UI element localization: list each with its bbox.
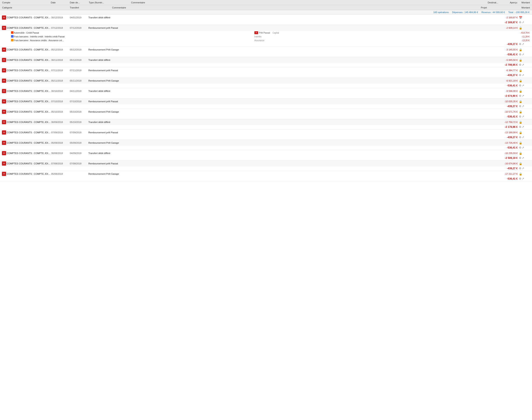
tx-actions-icon-13[interactable]: ⚙ ↗ (519, 156, 531, 160)
gear-icon-9[interactable]: ⚙ (519, 115, 521, 118)
gear-icon-3[interactable]: ⚙ (519, 53, 521, 56)
gear-icon-11[interactable]: ⚙ (519, 136, 521, 139)
gear-icon-14[interactable]: ⚙ (519, 167, 521, 170)
tx-type-4: Transfert débit différé (88, 59, 483, 61)
arrow-icon-3[interactable]: ↗ (522, 53, 524, 56)
tx-actions-icon-3[interactable]: ⚙ ↗ (519, 53, 531, 56)
tx-amount-4: -2 799,95 € (483, 63, 519, 66)
tx-type-1: Transfert débit différé (88, 16, 483, 19)
col-commentaire2[interactable]: Commentaire (111, 6, 480, 9)
tx-main-5[interactable]: ✦ COMPTES COURANTS : COMPTE JOINT... 07/… (0, 67, 532, 73)
col-datede[interactable]: Date de... (69, 1, 88, 4)
cat-transfer-2-2: Intérêts (254, 35, 495, 38)
tx-actions-icon-10[interactable]: ⚙ ↗ (519, 125, 531, 128)
tx-actions-3[interactable]: 🔒 (519, 48, 531, 51)
arrow-icon-8[interactable]: ↗ (522, 105, 524, 108)
tx-actions-12[interactable]: 🔒 (519, 141, 531, 145)
tx-actions-icon-5[interactable]: ⚙ ↗ (519, 74, 531, 77)
arrow-icon-2[interactable]: ↗ (522, 43, 524, 46)
gear-icon-7[interactable]: ⚙ (519, 94, 521, 97)
tx-actions-4[interactable]: 🔒 (519, 59, 531, 62)
tx-icon-4: ✦ (1, 58, 7, 62)
col-projet[interactable]: Projet (480, 6, 505, 9)
tx-actions-7[interactable]: 🔒 (519, 90, 531, 93)
tx-main-3[interactable]: ✦ COMPTES COURANTS : COMPTE JOINT... 05/… (0, 47, 532, 53)
tx-main-11[interactable]: ✦ COMPTES COURANTS : COMPTE JOINT... 07/… (0, 130, 532, 135)
col-commentaire[interactable]: Commentaire (130, 1, 465, 4)
col-transfert[interactable]: Transfert (69, 6, 111, 9)
tx-actions-icon-8[interactable]: ⚙ ↗ (519, 105, 531, 108)
gear-icon-2[interactable]: ⚙ (519, 43, 521, 46)
tx-balance-13: -16 235,59 € (483, 152, 519, 154)
tx-actions-icon-4[interactable]: ⚙ ↗ (519, 63, 531, 66)
tx-main-13[interactable]: ✦ COMPTES COURANTS : COMPTE JOINT... 30/… (0, 150, 532, 156)
col-montant2[interactable]: Montant (505, 6, 531, 9)
tx-account-3: COMPTES COURANTS : COMPTE JOINT... (7, 48, 51, 51)
tx-type-13: Transfert débit différé (88, 152, 483, 154)
col-destinat[interactable]: Destinat... (465, 1, 499, 4)
tx-actions-6[interactable]: 🔒 (519, 79, 531, 82)
arrow-icon-7[interactable]: ↗ (522, 94, 524, 97)
tx-main-15[interactable]: ✦ COMPTES COURANTS : COMPTE JOINT... 05/… (0, 171, 532, 177)
tx-main-4[interactable]: ✦ COMPTES COURANTS : COMPTE JOINT... 30/… (0, 57, 532, 63)
tx-actions-icon-6[interactable]: ⚙ ↗ (519, 84, 531, 87)
tx-actions-1[interactable]: 📅 (519, 16, 531, 19)
tx-main-2[interactable]: ✦ COMPTES COURANTS : COMPTE JOINT... 07/… (0, 25, 532, 31)
arrow-icon-6[interactable]: ↗ (522, 84, 524, 87)
arrow-icon-14[interactable]: ↗ (522, 167, 524, 170)
tx-actions-icon-11[interactable]: ⚙ ↗ (519, 136, 531, 139)
tx-actions-13[interactable]: 🔒 (519, 152, 531, 155)
gear-icon-6[interactable]: ⚙ (519, 84, 521, 87)
tx-actions-11[interactable]: 🔒 (519, 131, 531, 134)
arrow-icon-13[interactable]: ↗ (522, 156, 524, 160)
col-compte[interactable]: Compte (1, 1, 50, 4)
arrow-icon-11[interactable]: ↗ (522, 136, 524, 139)
tx-actions-2[interactable]: 🔒 (519, 26, 531, 30)
tx-actions-9[interactable]: 🔒 (519, 110, 531, 113)
gear-icon-13[interactable]: ⚙ (519, 156, 521, 160)
tx-main-7[interactable]: ✦ COMPTES COURANTS : COMPTE JOINT... 30/… (0, 88, 532, 94)
header-row2: Catégorie Transfert Commentaire Projet M… (0, 5, 532, 10)
tx-actions-5[interactable]: 🔒 (519, 69, 531, 72)
col-montant1[interactable]: Montant (518, 1, 531, 4)
tx-main-12[interactable]: ✦ COMPTES COURANTS : COMPTE JOINT... 05/… (0, 140, 532, 146)
col-date[interactable]: Date (50, 1, 69, 4)
tx-main-8[interactable]: ✦ COMPTES COURANTS : COMPTE JOINT... 07/… (0, 98, 532, 104)
tx-main-1[interactable]: ✦ COMPTES COURANTS : COMPTE JOINT... 30/… (0, 15, 532, 20)
tx-main-10[interactable]: ✦ COMPTES COURANTS : COMPTE JOINT... 30/… (0, 119, 532, 125)
tx-main-14[interactable]: ✦ COMPTES COURANTS : COMPTE JOINT... 07/… (0, 161, 532, 166)
gear-icon-1[interactable]: ⚙ (519, 21, 521, 24)
tx-main-9[interactable]: ✦ COMPTES COURANTS : COMPTE JOINT... 05/… (0, 109, 532, 115)
gear-icon-8[interactable]: ⚙ (519, 105, 521, 108)
transaction-row-5: ✦ COMPTES COURANTS : COMPTE JOINT... 07/… (0, 67, 532, 78)
arrow-icon-5[interactable]: ↗ (522, 74, 524, 77)
arrow-icon-9[interactable]: ↗ (522, 115, 524, 118)
tx-actions-icon-14[interactable]: ⚙ ↗ (519, 167, 531, 170)
col-type[interactable]: Type (Numér... (88, 1, 130, 4)
arrow-icon-4[interactable]: ↗ (522, 63, 524, 66)
gear-icon-15[interactable]: ⚙ (519, 177, 521, 180)
gear-icon-10[interactable]: ⚙ (519, 125, 521, 128)
tx-actions-10[interactable]: 🔒 (519, 121, 531, 124)
tx-actions-icon-15[interactable]: ⚙ ↗ (519, 177, 531, 180)
tx-actions-15[interactable]: 🔒 (519, 172, 531, 176)
arrow-icon-10[interactable]: ↗ (522, 125, 524, 128)
tx-amount-10: -2 178,96 € (483, 125, 519, 128)
tx-actions-14[interactable]: 🔒 (519, 162, 531, 165)
gear-icon-4[interactable]: ⚙ (519, 63, 521, 66)
tx-actions-icon-12[interactable]: ⚙ ↗ (519, 146, 531, 149)
gear-icon-5[interactable]: ⚙ (519, 74, 521, 77)
tx-actions-icon-1[interactable]: ⚙ ↗ (519, 21, 531, 24)
tx-icon-3: ✦ (1, 47, 7, 52)
gear-icon-12[interactable]: ⚙ (519, 146, 521, 149)
tx-main-6[interactable]: ✦ COMPTES COURANTS : COMPTE JOINT... 05/… (0, 78, 532, 84)
arrow-icon-12[interactable]: ↗ (522, 146, 524, 149)
col-apercu[interactable]: Aperçu (499, 1, 518, 4)
col-categorie[interactable]: Catégorie (1, 6, 50, 9)
arrow-icon-15[interactable]: ↗ (522, 177, 524, 180)
tx-actions-icon-7[interactable]: ⚙ ↗ (519, 94, 531, 97)
tx-actions-icon-2[interactable]: ⚙ ↗ (519, 43, 531, 46)
tx-actions-icon-9[interactable]: ⚙ ↗ (519, 115, 531, 118)
tx-actions-8[interactable]: 🔒 (519, 100, 531, 103)
arrow-icon-1[interactable]: ↗ (522, 21, 524, 24)
